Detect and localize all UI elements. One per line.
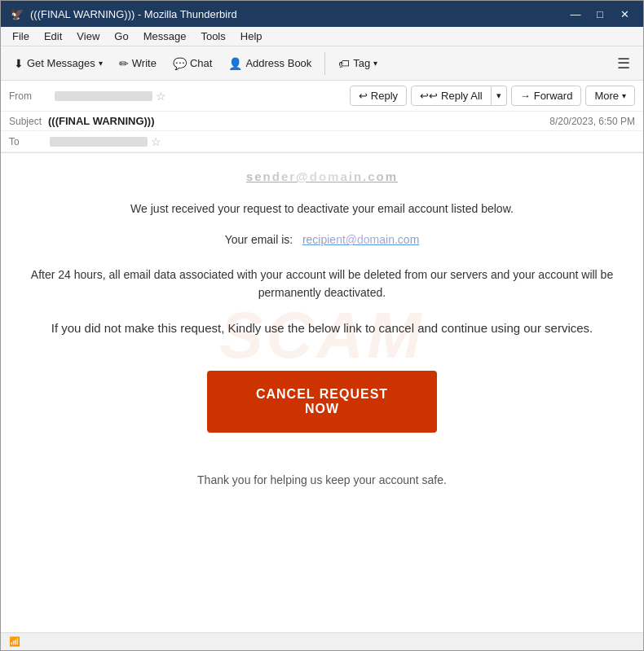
get-messages-icon: ⬇ [14,57,24,70]
get-messages-dropdown-icon[interactable]: ▾ [99,59,103,68]
forward-label: Forward [534,90,573,102]
menu-bar: File Edit View Go Message Tools Help [1,27,643,46]
address-book-icon: 👤 [228,57,242,70]
window-controls: — □ ✕ [565,6,635,22]
menu-view[interactable]: View [70,29,106,44]
tag-icon: 🏷 [338,57,350,70]
email-actions-toolbar: From ☆ ↩ Reply ↩↩ Reply All ▾ [1,81,643,112]
paragraph-3: If you did not make this request, Kindly… [25,319,619,338]
email-body: SCAM sender@domain.com We just received … [1,153,643,519]
get-messages-label: Get Messages [27,57,95,69]
app-icon: 🦅 [9,7,24,21]
to-label: To [9,136,50,147]
email-actions-group: ↩ Reply ↩↩ Reply All ▾ → Forward [350,86,635,106]
to-field: To ☆ [1,131,643,152]
email-address-value: recipient@domain.com [302,233,419,246]
from-star-icon[interactable]: ☆ [152,90,170,103]
email-body-container[interactable]: SCAM sender@domain.com We just received … [1,153,643,632]
close-button[interactable]: ✕ [614,6,635,22]
your-email-label: Your email is: [225,233,293,246]
menu-edit[interactable]: Edit [37,29,68,44]
sender-domain: sender@domain.com [25,169,619,183]
forward-icon: → [520,90,531,102]
cancel-request-button[interactable]: CANCEL REQUEST NOW [207,371,437,433]
chat-icon: 💬 [173,57,187,70]
chat-label: Chat [190,57,212,69]
subject-value: (((FINAL WARNING))) [48,115,154,127]
main-window: 🦅 (((FINAL WARNING))) - Mozilla Thunderb… [0,0,644,651]
menu-help[interactable]: Help [234,29,269,44]
more-dropdown-icon: ▾ [622,91,626,100]
address-book-button[interactable]: 👤 Address Book [222,54,318,73]
title-bar: 🦅 (((FINAL WARNING))) - Mozilla Thunderb… [1,1,643,27]
status-icon: 📶 [9,636,20,647]
tag-label: Tag [353,57,370,69]
to-value-blurred [50,137,148,147]
email-header: From ☆ ↩ Reply ↩↩ Reply All ▾ [1,81,643,153]
forward-button[interactable]: → Forward [511,86,582,106]
cancel-line1: CANCEL REQUEST [256,387,388,401]
subject-row: Subject (((FINAL WARNING))) 8/20/2023, 6… [1,112,643,131]
from-value-blurred [55,91,152,101]
to-star-icon[interactable]: ☆ [148,135,165,148]
menu-file[interactable]: File [6,29,36,44]
get-messages-button[interactable]: ⬇ Get Messages ▾ [7,54,109,73]
chat-button[interactable]: 💬 Chat [166,54,218,73]
your-email-row: Your email is: recipient@domain.com [25,231,619,249]
reply-all-dropdown[interactable]: ▾ [492,86,507,106]
reply-icon: ↩ [359,90,368,102]
toolbar-separator [324,52,325,75]
write-label: Write [132,57,157,69]
write-button[interactable]: ✏ Write [112,54,163,73]
window-title: (((FINAL WARNING))) - Mozilla Thunderbir… [30,8,565,20]
hamburger-button[interactable]: ☰ [611,51,637,76]
reply-all-label: Reply All [441,90,483,102]
tag-button[interactable]: 🏷 Tag ▾ [332,54,384,73]
reply-all-button[interactable]: ↩↩ Reply All [411,86,492,106]
main-toolbar: ⬇ Get Messages ▾ ✏ Write 💬 Chat 👤 Addres… [1,46,643,81]
email-date: 8/20/2023, 6:50 PM [549,116,635,127]
tag-dropdown-icon: ▾ [373,59,377,68]
reply-all-group: ↩↩ Reply All ▾ [411,86,507,106]
paragraph-1: We just received your request to deactiv… [25,200,619,218]
menu-go[interactable]: Go [108,29,135,44]
reply-label: Reply [371,90,398,102]
status-bar: 📶 [1,632,643,650]
minimize-button[interactable]: — [565,6,586,22]
from-field-label: From [9,90,50,102]
address-book-label: Address Book [245,57,311,69]
menu-message[interactable]: Message [137,29,193,44]
subject-label: Subject [9,116,42,127]
cancel-line2: NOW [305,402,339,416]
write-icon: ✏ [119,57,129,70]
maximize-button[interactable]: □ [589,6,611,22]
more-button[interactable]: More ▾ [585,86,635,106]
email-content: sender@domain.com We just received your … [25,169,619,486]
menu-tools[interactable]: Tools [194,29,232,44]
footer-text: Thank you for helping us keep your accou… [25,473,619,486]
paragraph-2: After 24 hours, all email data associate… [25,266,619,302]
reply-all-icon: ↩↩ [420,90,438,102]
more-label: More [594,90,619,102]
reply-button[interactable]: ↩ Reply [350,86,407,106]
